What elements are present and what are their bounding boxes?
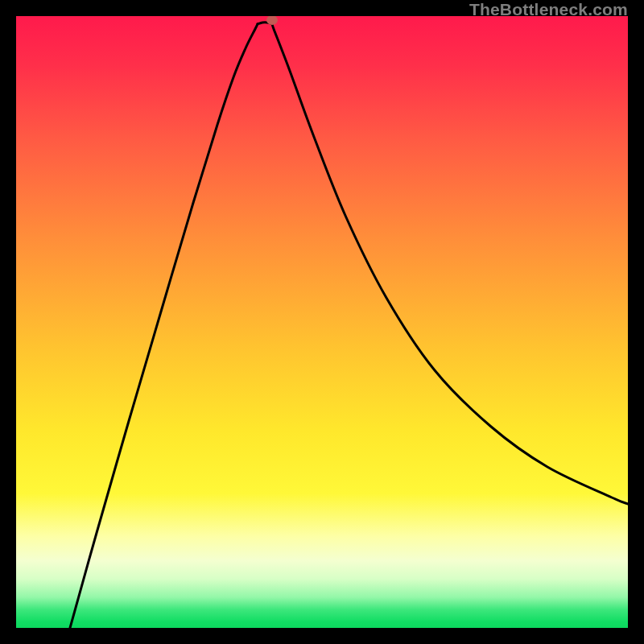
outer-frame: TheBottleneck.com <box>0 0 644 644</box>
plot-area <box>16 16 628 628</box>
bottleneck-curve <box>70 23 628 628</box>
attribution-label: TheBottleneck.com <box>469 0 628 19</box>
curve-svg <box>16 16 628 628</box>
